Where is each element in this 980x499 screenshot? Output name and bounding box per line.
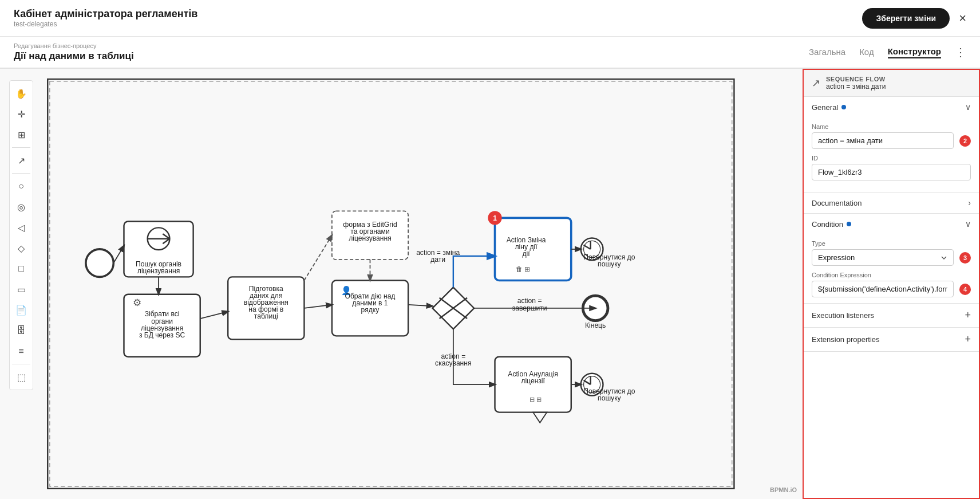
condition-expr-label: Condition Expression [812, 272, 971, 278]
id-field-label: ID [812, 155, 971, 162]
tab-general[interactable]: Загальна [809, 47, 845, 58]
name-input[interactable] [812, 132, 954, 149]
id-input[interactable] [812, 164, 971, 180]
subheader: Редагування бізнес-процесу Дії над даним… [0, 37, 980, 69]
svg-marker-75 [533, 412, 547, 423]
subprocess-tool[interactable]: ▭ [12, 280, 30, 298]
general-toggle[interactable]: ∨ [965, 103, 971, 112]
condition-section-header[interactable]: Condition ∨ [804, 214, 979, 234]
svg-text:пошуку: пошуку [598, 394, 621, 402]
doc-tool[interactable]: 📄 [12, 301, 30, 319]
subheader-left: Редагування бізнес-процесу Дії над даним… [14, 42, 134, 62]
svg-text:завершити: завершити [512, 304, 547, 312]
general-header-row: General [812, 103, 846, 112]
condition-section: Condition ∨ Type Expression Default None… [804, 214, 979, 304]
extension-properties-add-button[interactable]: + [965, 333, 971, 345]
type-badge: 3 [959, 252, 971, 264]
svg-line-66 [408, 305, 432, 306]
panel-header: ↗ SEQUENCE FLOW action = зміна дати [804, 70, 979, 97]
toolbar-divider-3 [12, 364, 30, 364]
svg-line-63 [304, 235, 331, 281]
svg-text:⊟ ⊞: ⊟ ⊞ [529, 396, 542, 403]
toolbar: ✋ ✛ ⊞ ↗ ○ ◎ ◁ ◇ □ ▭ 📄 🗄 ≡ ⬚ [9, 80, 33, 390]
svg-point-3 [86, 249, 113, 277]
lasso-tool[interactable]: ⊞ [12, 125, 30, 144]
app-header: Кабінет адміністратора регламентів test-… [0, 0, 980, 37]
header-actions: Зберегти зміни × [862, 8, 966, 29]
main-content: ✋ ✛ ⊞ ↗ ○ ◎ ◁ ◇ □ ▭ 📄 🗄 ≡ ⬚ [0, 69, 980, 499]
svg-text:1: 1 [493, 214, 497, 222]
select-tool[interactable]: ✛ [12, 105, 30, 123]
condition-dot [847, 222, 851, 226]
select2-tool[interactable]: ⬚ [12, 368, 30, 386]
breadcrumb: Редагування бізнес-процесу [14, 42, 134, 49]
save-button[interactable]: Зберегти зміни [862, 8, 950, 29]
svg-text:рядку: рядку [361, 306, 380, 314]
app-subtitle: test-delegates [14, 20, 197, 28]
execution-listeners-header[interactable]: Execution listeners + [804, 304, 979, 327]
extension-properties-header[interactable]: Extension properties + [804, 328, 979, 351]
name-field-label: Name [812, 123, 971, 130]
data-store-tool[interactable]: 🗄 [12, 321, 30, 340]
pool-tool[interactable]: ≡ [12, 342, 30, 360]
svg-text:дати: дати [430, 256, 445, 264]
documentation-toggle[interactable]: › [968, 198, 971, 207]
arrow-left-tool[interactable]: ◁ [12, 218, 30, 237]
svg-text:ліцензії: ліцензії [521, 377, 545, 385]
svg-text:ліцензування: ліцензування [137, 267, 180, 275]
general-section-header[interactable]: General ∨ [804, 97, 979, 117]
tab-code[interactable]: Код [859, 47, 874, 58]
svg-text:⚙: ⚙ [133, 297, 141, 308]
start-event-tool[interactable]: ○ [12, 177, 30, 195]
extension-properties-title: Extension properties [812, 335, 880, 344]
documentation-title: Documentation [812, 199, 862, 207]
gateway-tool[interactable]: ◇ [12, 239, 30, 257]
subheader-tabs: Загальна Код Конструктор ⋮ [809, 45, 966, 59]
svg-text:таблиці: таблиці [254, 312, 278, 320]
condition-title: Condition [812, 220, 843, 229]
hand-tool[interactable]: ✋ [12, 84, 30, 103]
connect-tool[interactable]: ↗ [12, 151, 30, 170]
intermediate-event-tool[interactable]: ◎ [12, 198, 30, 216]
svg-text:ліцензування: ліцензування [349, 234, 391, 242]
toolbar-divider-2 [12, 173, 30, 174]
execution-listeners-section: Execution listeners + [804, 304, 979, 328]
svg-line-60 [113, 246, 124, 263]
more-menu-button[interactable]: ⋮ [955, 45, 966, 59]
name-badge: 2 [959, 135, 971, 147]
svg-text:з БД через SC: з БД через SC [139, 331, 185, 339]
tab-constructor[interactable]: Конструктор [888, 46, 941, 58]
right-panel: ↗ SEQUENCE FLOW action = зміна дати Gene… [803, 69, 980, 499]
sequence-flow-icon: ↗ [812, 77, 820, 89]
documentation-section: Documentation › [804, 192, 979, 214]
general-section: General ∨ Name 2 ID [804, 97, 979, 192]
app-title: Кабінет адміністратора регламентів [14, 8, 197, 20]
execution-listeners-add-button[interactable]: + [965, 309, 971, 321]
svg-text:Кінець: Кінець [585, 321, 606, 329]
canvas-area[interactable]: ✋ ✛ ⊞ ↗ ○ ◎ ◁ ◇ □ ▭ 📄 🗄 ≡ ⬚ [0, 69, 803, 499]
task-tool[interactable]: □ [12, 260, 30, 278]
svg-text:пошуку: пошуку [598, 260, 621, 268]
bpmn-diagram[interactable]: Пошук органів ліцензування ⚙ Зібрати всі… [0, 69, 803, 499]
extension-properties-section: Extension properties + [804, 328, 979, 352]
type-select[interactable]: Expression Default None [812, 249, 954, 266]
svg-text:скасування: скасування [435, 359, 471, 367]
svg-text:дії: дії [522, 250, 530, 258]
documentation-section-header[interactable]: Documentation › [804, 192, 979, 213]
condition-section-body: Type Expression Default None 3 Condition… [804, 234, 979, 303]
general-dot [841, 105, 846, 109]
bpmn-io-watermark: BPMN.iO [770, 486, 797, 493]
condition-toggle[interactable]: ∨ [965, 219, 971, 229]
page-title: Дії над даними в таблиці [14, 50, 134, 62]
general-section-body: Name 2 ID [804, 117, 979, 192]
general-title: General [812, 103, 838, 112]
condition-expr-badge: 4 [959, 284, 971, 295]
execution-listeners-title: Execution listeners [812, 311, 874, 320]
condition-expr-input[interactable] [812, 281, 954, 297]
close-button[interactable]: × [959, 11, 966, 26]
header-title-area: Кабінет адміністратора регламентів test-… [14, 8, 197, 28]
svg-text:🗑 ⊞: 🗑 ⊞ [516, 265, 530, 273]
panel-flow-name: action = зміна дати [826, 82, 886, 91]
condition-header-row: Condition [812, 220, 851, 229]
svg-line-62 [200, 312, 228, 319]
